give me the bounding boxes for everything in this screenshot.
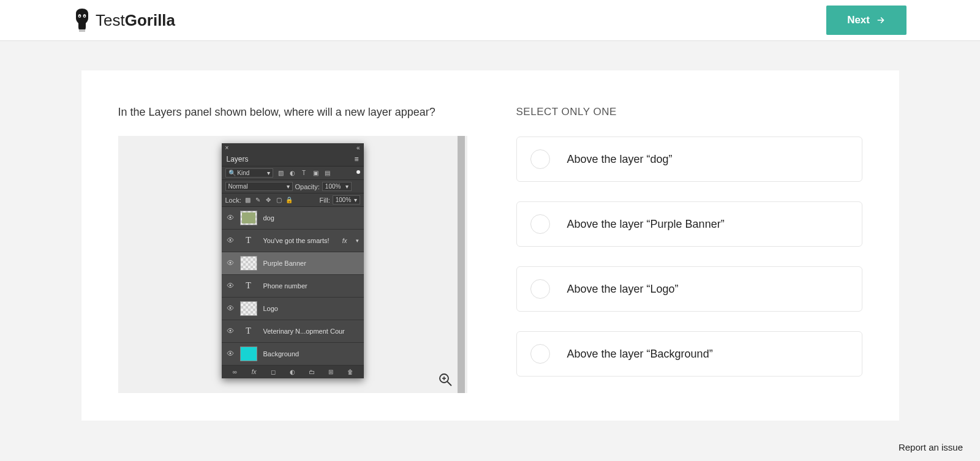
answer-option-2[interactable]: Above the layer “Logo” [516,266,862,312]
layer-name: Background [263,350,359,358]
layer-row: dog [222,207,364,230]
filter-row: 🔍 Kind▾ ▧ ◐ T ▣ ▤ [222,167,364,180]
filter-shape-icon: ▣ [312,169,320,177]
layer-name: dog [263,214,359,222]
lock-transparent-icon: ▩ [244,196,252,204]
layer-thumbnail [240,347,257,361]
svg-point-11 [229,353,231,354]
lock-all-icon: 🔒 [285,196,293,204]
panel-top-bar: × « [222,143,364,152]
filter-pixel-icon: ▧ [277,169,285,177]
layer-name: Purple Banner [263,260,359,267]
zoom-in-icon[interactable] [438,372,453,387]
fx-badge: fx [342,238,347,244]
svg-point-9 [229,307,231,309]
layer-row: TVeterinary N...opment Cour [222,320,364,343]
visibility-icon [227,214,234,222]
visibility-icon [227,259,234,268]
svg-point-7 [229,262,231,264]
visibility-icon [227,282,234,290]
image-scrollbar[interactable] [458,136,465,393]
blend-mode-select: Normal▾ [225,182,293,191]
answer-option-1[interactable]: Above the layer “Purple Banner” [516,201,862,247]
layer-row: Background [222,343,364,365]
question-text: In the Layers panel shown below, where w… [118,106,467,119]
lock-brush-icon: ✎ [254,196,262,204]
visibility-icon [227,236,234,245]
layer-row: Purple Banner [222,252,364,275]
layer-name: You've got the smarts! [263,237,336,244]
visibility-icon [227,327,234,335]
svg-rect-4 [79,29,85,32]
fx-icon: fx [250,368,258,376]
lock-label: Lock: [225,197,241,204]
svg-point-3 [84,15,85,17]
filter-kind-select: 🔍 Kind▾ [225,168,273,178]
answer-option-label: Above the layer “Purple Banner” [567,218,725,231]
question-image: × « Layers ≡ 🔍 Kind▾ ▧ ◐ T ▣ [118,136,467,393]
layer-thumbnail: T [240,233,257,248]
layer-row: Logo [222,298,364,320]
svg-point-5 [229,217,231,219]
layers-list: dogTYou've got the smarts!fx▾Purple Bann… [222,207,364,365]
fill-label: Fill: [320,197,330,204]
layer-thumbnail [240,301,257,316]
layer-name: Logo [263,305,359,312]
next-button-label: Next [847,14,870,26]
link-icon: ∞ [231,368,239,376]
filter-adjustment-icon: ◐ [288,169,296,177]
filter-toggle-icon [356,170,360,174]
svg-point-2 [79,15,80,17]
collapse-icon: « [356,144,360,151]
answer-option-label: Above the layer “Background” [567,348,713,361]
layer-thumbnail [240,211,257,225]
opacity-label: Opacity: [295,183,320,190]
question-card: In the Layers panel shown below, where w… [81,70,899,421]
layer-name: Veterinary N...opment Cour [263,328,359,335]
layer-thumbnail: T [240,279,257,293]
radio-icon [530,214,550,234]
new-layer-icon: ⊞ [327,368,335,376]
arrow-right-icon [876,15,886,25]
answers-instruction: SELECT ONLY ONE [516,106,862,118]
lock-row: Lock: ▩ ✎ ✥ ▢ 🔒 Fill: 100%▾ [222,193,364,207]
fill-select: 100%▾ [333,195,360,204]
answer-option-0[interactable]: Above the layer “dog” [516,137,862,182]
panel-title: Layers [227,155,249,163]
answer-option-3[interactable]: Above the layer “Background” [516,331,862,377]
gorilla-icon [74,7,91,33]
menu-icon: ≡ [354,155,358,163]
header: TestGorilla Next [0,0,980,41]
folder-icon: 🗀 [307,368,315,376]
radio-icon [530,149,550,169]
brand-logo: TestGorilla [74,7,175,33]
svg-point-6 [229,239,231,241]
filter-smart-icon: ▤ [323,169,331,177]
visibility-icon [227,304,234,313]
brand-text: TestGorilla [96,11,175,30]
close-icon: × [225,144,229,151]
lock-artboard-icon: ▢ [275,196,283,204]
next-button[interactable]: Next [826,6,907,35]
adjustment-icon: ◐ [288,368,296,376]
answer-option-label: Above the layer “dog” [567,153,673,166]
lock-move-icon: ✥ [265,196,273,204]
chevron-down-icon: ▾ [356,238,359,244]
mask-icon: ◻ [270,368,277,376]
blend-row: Normal▾ Opacity: 100%▾ [222,180,364,193]
visibility-icon [227,350,234,358]
radio-icon [530,344,550,364]
trash-icon: 🗑 [346,368,354,376]
panel-tab: Layers ≡ [222,152,364,167]
svg-line-13 [447,381,451,386]
layer-row: TPhone number [222,275,364,298]
svg-point-10 [229,330,231,332]
layers-panel: × « Layers ≡ 🔍 Kind▾ ▧ ◐ T ▣ [222,143,364,378]
question-column: In the Layers panel shown below, where w… [118,106,467,396]
answers-column: SELECT ONLY ONE Above the layer “dog”Abo… [516,106,862,396]
layer-row: TYou've got the smarts!fx▾ [222,230,364,252]
layer-name: Phone number [263,282,359,290]
svg-point-8 [229,285,231,287]
filter-text-icon: T [300,169,308,177]
layer-thumbnail [240,256,257,271]
